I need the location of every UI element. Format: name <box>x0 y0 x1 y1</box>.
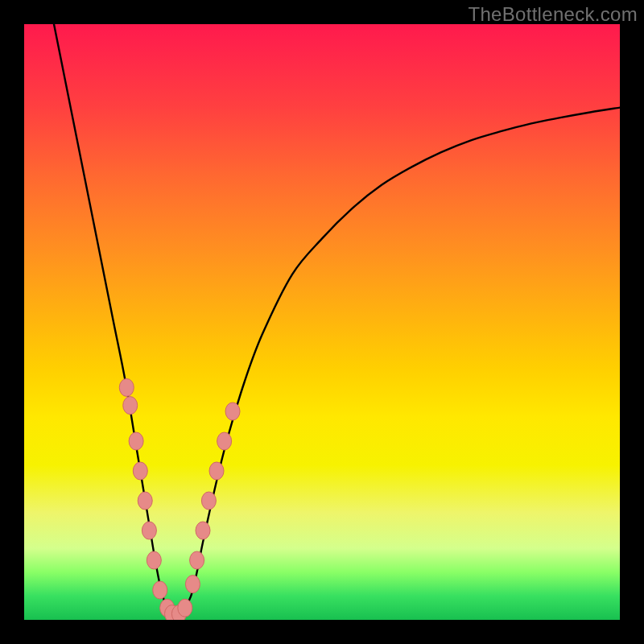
data-marker <box>153 581 167 599</box>
data-marker <box>190 551 204 569</box>
data-marker <box>196 522 210 539</box>
data-marker <box>178 599 192 617</box>
data-marker <box>217 432 232 450</box>
data-marker <box>119 378 134 396</box>
data-marker <box>201 492 216 510</box>
curve-layer <box>24 24 620 620</box>
data-marker <box>129 432 143 450</box>
chart-frame: TheBottleneck.com <box>0 0 644 644</box>
watermark-text: TheBottleneck.com <box>468 3 638 26</box>
data-markers <box>119 378 240 620</box>
data-marker <box>142 522 156 539</box>
data-marker <box>225 402 240 420</box>
plot-area <box>24 24 620 620</box>
data-marker <box>209 462 224 480</box>
data-marker <box>123 397 138 415</box>
data-marker <box>133 462 147 480</box>
bottleneck-curve <box>54 24 620 615</box>
data-marker <box>185 576 200 593</box>
data-marker <box>147 551 161 569</box>
data-marker <box>138 492 152 510</box>
